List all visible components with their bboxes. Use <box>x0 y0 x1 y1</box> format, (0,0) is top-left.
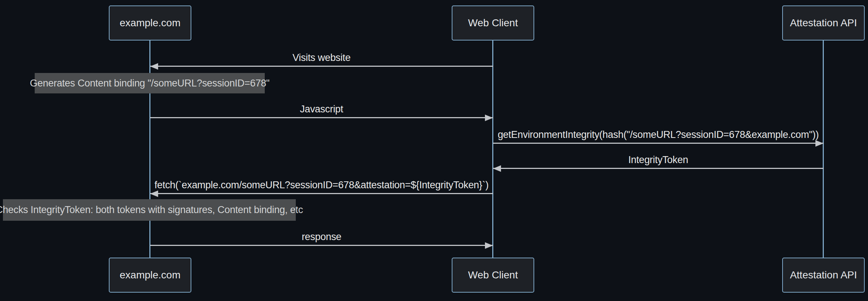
lifeline-attestation-api <box>823 40 824 258</box>
lifeline-example-com <box>149 40 150 258</box>
note-label: Generates Content binding "/someURL?sess… <box>30 78 269 89</box>
actor-bottom-example-com: example.com <box>109 258 191 293</box>
message-response: response <box>150 230 493 248</box>
message-label: Visits website <box>150 51 493 64</box>
arrowhead-left-icon <box>150 190 158 197</box>
arrowhead-right-icon <box>815 140 823 147</box>
message-label: getEnvironmentIntegrity(hash("/someURL?s… <box>493 128 823 141</box>
actor-bottom-example-com-label: example.com <box>120 269 181 281</box>
message-label: fetch(`example.com/someURL?sessionID=678… <box>150 178 493 192</box>
message-label: IntegrityToken <box>493 153 823 166</box>
message-line <box>150 117 493 118</box>
arrowhead-left-icon <box>150 63 158 70</box>
actor-top-web-client: Web Client <box>452 5 534 40</box>
sequence-diagram: example.com Web Client Attestation API V… <box>0 0 868 301</box>
actor-top-web-client-label: Web Client <box>468 17 518 29</box>
message-visits-website: Visits website <box>150 51 493 69</box>
message-get-environment-integrity: getEnvironmentIntegrity(hash("/someURL?s… <box>493 128 823 146</box>
message-line <box>493 168 823 169</box>
note-generates-content-binding: Generates Content binding "/someURL?sess… <box>35 73 265 93</box>
message-label: response <box>150 230 493 243</box>
message-integrity-token: IntegrityToken <box>493 153 823 171</box>
message-line <box>150 193 493 194</box>
actor-top-example-com-label: example.com <box>120 17 181 29</box>
message-line <box>150 245 493 246</box>
actor-bottom-attestation-api: Attestation API <box>782 258 865 293</box>
arrowhead-right-icon <box>485 115 493 121</box>
actor-top-attestation-api: Attestation API <box>782 5 865 40</box>
arrowhead-right-icon <box>485 242 493 249</box>
note-label: Checks IntegrityToken: both tokens with … <box>0 204 303 216</box>
message-line <box>150 66 493 67</box>
arrowhead-left-icon <box>493 165 501 172</box>
message-javascript: Javascript <box>150 103 493 120</box>
lifeline-web-client <box>492 40 493 258</box>
message-label: Javascript <box>150 103 493 116</box>
actor-top-attestation-api-label: Attestation API <box>790 17 857 29</box>
actor-top-example-com: example.com <box>109 5 191 40</box>
actor-bottom-web-client-label: Web Client <box>468 269 518 281</box>
actor-bottom-web-client: Web Client <box>452 258 534 293</box>
message-line <box>493 143 823 144</box>
message-fetch: fetch(`example.com/someURL?sessionID=678… <box>150 178 493 196</box>
actor-bottom-attestation-api-label: Attestation API <box>790 269 857 281</box>
note-checks-integrity-token: Checks IntegrityToken: both tokens with … <box>3 199 296 221</box>
